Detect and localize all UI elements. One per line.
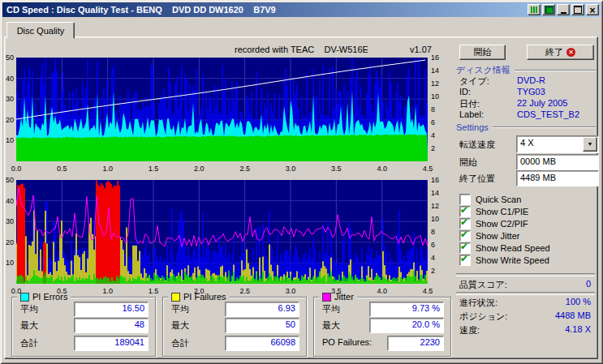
jitter-color-swatch [322,293,331,302]
stat-row: 最大48 [12,318,155,332]
checkbox-box[interactable]: ✔ [459,230,471,242]
end-position-value: 4489 MB [520,173,556,182]
progress-row: 進行状況: 100 % [456,297,591,309]
stat-row: 最大50 [163,318,306,332]
titlebar-buttons [528,4,599,15]
checkbox-label: Show C2/PIF [476,219,528,229]
checkbox-show-jitter[interactable]: ✔ Show Jitter [459,230,519,242]
check-icon: ✔ [460,253,468,264]
end-position-label: 終了位置 [459,173,495,185]
quality-score-value: 0 [586,279,591,291]
checkbox-box[interactable]: ✔ [459,255,471,266]
quality-chart-top [16,58,428,161]
check-icon: ✔ [460,229,468,240]
bar-chart-icon [531,6,538,13]
pi-errors-max-value: 48 [74,318,149,333]
stat-label: 最大 [322,319,340,332]
disc-icon [545,6,553,14]
progress-label: 進行状況: [456,297,497,309]
jitter-group: Jitter 平均9.73 % 最大20.0 % PO Failures:223… [313,297,451,357]
check-icon: ✔ [460,204,468,216]
disc-date-value: 22 July 2005 [517,98,567,108]
checkbox-box[interactable]: ✔ [459,242,471,254]
check-icon: ✔ [460,241,468,252]
stat-label: 平均 [20,303,38,315]
tab-disc-quality[interactable]: Disc Quality [6,22,75,39]
pi-failures-max-value: 50 [225,318,299,333]
disc-date-row: 日付: 22 July 2005 [454,98,597,109]
window-title: CD Speed : Disc Quality Test - BENQ DVD … [6,5,528,15]
separator [456,273,595,276]
start-button[interactable]: 開始 [459,45,506,60]
checkbox-box[interactable]: ✔ [459,206,471,217]
jitter-max-value: 20.0 % [369,318,444,333]
recorded-with-text: recorded with TEAC DV-W516E [235,45,368,54]
speed-select-label: 転送速度 [459,139,495,151]
end-position-input[interactable]: 4489 MB [516,170,599,186]
start-position-input[interactable]: 0000 MB [516,154,599,170]
pi-failures-avg-value: 6.93 [225,302,299,317]
jitter-avg-value: 9.73 % [369,302,444,317]
checkbox-show-write-speed[interactable]: ✔ Show Write Speed [459,255,549,266]
pi-failures-caption: PI Failures [168,292,230,302]
position-value: 4488 MB [555,310,591,323]
disc-info-header-label: ディスク情報 [456,64,510,76]
exit-icon [566,48,575,57]
settings-header: Settings [456,122,596,132]
app-window: CD Speed : Disc Quality Test - BENQ DVD … [0,0,603,364]
speed-value: 4.18 X [565,324,591,336]
divider [515,70,596,71]
checkbox-box[interactable]: ✔ [459,218,471,229]
start-position-value: 0000 MB [520,156,556,166]
pi-failures-total-value: 66098 [225,336,299,351]
divider [493,126,596,128]
chevron-down-icon[interactable] [583,137,597,152]
stat-label: 平均 [322,303,340,315]
titlebar[interactable]: CD Speed : Disc Quality Test - BENQ DVD … [2,2,601,17]
exit-button[interactable]: 終了 [527,45,594,60]
checkbox-label: Show C1/PIE [476,207,528,216]
checkbox-quick-scan[interactable]: ✔ Quick Scan [459,194,521,205]
disc-label-row: Label: CDS_TEST_B2 [454,109,597,120]
checkbox-show-read-speed[interactable]: ✔ Show Read Speed [459,242,550,254]
minimize-button[interactable] [557,4,570,15]
checkbox-show-c1-pie[interactable]: ✔ Show C1/PIE [459,206,528,217]
checkbox-box[interactable]: ✔ [459,194,471,205]
check-icon: ✔ [460,216,468,228]
disc-info-header: ディスク情報 [456,64,596,76]
maximize-button[interactable] [571,4,584,15]
disc-type-row: タイプ: DVD-R [454,75,597,86]
checkbox-show-c2-pif[interactable]: ✔ Show C2/PIF [459,218,528,229]
pi-errors-avg-value: 16.50 [74,302,149,317]
stat-row: PO Failures:2230 [314,336,450,349]
pi-failures-group: PI Failures 平均6.93 最大50 合計66098 [162,297,307,357]
maximize-icon [574,6,582,14]
stat-label: 最大 [20,319,38,332]
disc-id-row: ID: TYG03 [454,87,597,97]
stat-row: 合計66098 [163,336,306,349]
settings-header-label: Settings [456,122,489,132]
stat-row: 平均6.93 [163,302,306,315]
stat-label: 平均 [171,303,189,315]
version-text: v1.07 [410,45,432,54]
stat-label: PO Failures: [322,337,372,347]
po-failures-value: 2230 [387,336,444,351]
checkbox-label: Quick Scan [476,195,521,204]
speed-select-value: 4 X [520,138,534,148]
disc-type-value: DVD-R [517,75,545,85]
exit-button-label: 終了 [545,46,563,58]
close-button[interactable] [586,4,599,15]
speed-select[interactable]: 4 X [516,135,599,153]
stat-row: 最大20.0 % [314,318,450,332]
start-position-label: 開始 [459,156,477,169]
pi-errors-total-value: 189041 [74,336,149,351]
chart-mode-button[interactable] [528,4,541,15]
disc-mode-button[interactable] [542,4,555,15]
speed-label: 速度: [456,324,480,336]
stat-row: 合計189041 [12,336,155,349]
stat-label: 最大 [171,319,189,332]
disc-date-label: 日付: [459,98,480,110]
jitter-caption: Jitter [319,292,357,302]
quality-chart-bottom [16,180,428,284]
start-button-label: 開始 [474,46,492,58]
